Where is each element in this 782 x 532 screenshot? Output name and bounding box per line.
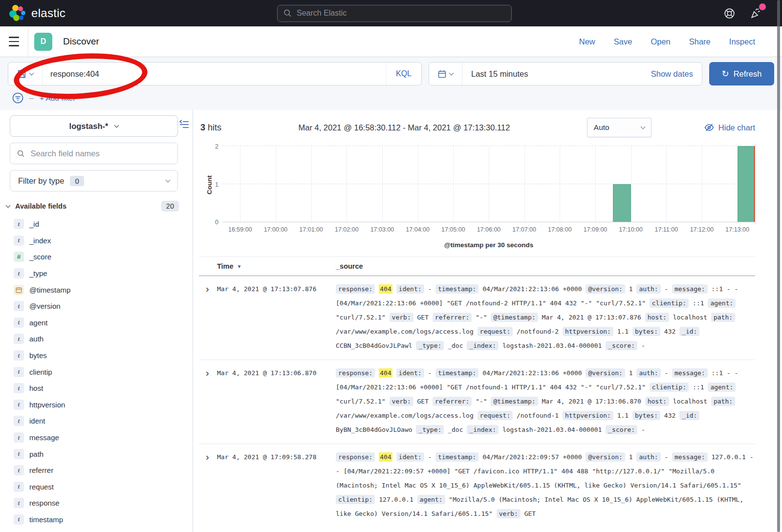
nav-action-save[interactable]: Save bbox=[614, 37, 632, 46]
refresh-icon: ↻ bbox=[722, 69, 729, 78]
source-field-name: agent: bbox=[417, 495, 445, 504]
field-item-host[interactable]: thost bbox=[14, 380, 193, 397]
field-item-message[interactable]: tmessage bbox=[14, 429, 193, 446]
hide-chart-button[interactable]: Hide chart bbox=[704, 123, 755, 132]
app-navbar: D Discover NewSaveOpenShareInspect bbox=[0, 26, 782, 57]
field-search[interactable] bbox=[10, 143, 178, 164]
string-field-type-icon: t bbox=[14, 449, 24, 459]
gridline bbox=[347, 146, 347, 222]
scrollbar[interactable] bbox=[777, 0, 780, 532]
query-language-button[interactable]: KQL bbox=[386, 63, 421, 85]
calendar-menu-button[interactable] bbox=[429, 63, 462, 85]
time-range-end-marker bbox=[754, 146, 755, 222]
chevron-down-icon bbox=[6, 203, 11, 208]
field-item-agent[interactable]: tagent bbox=[14, 315, 193, 331]
available-fields-header[interactable]: Available fields 20 bbox=[6, 201, 179, 212]
global-search[interactable] bbox=[277, 5, 512, 22]
saved-query-menu-button[interactable] bbox=[8, 63, 43, 85]
source-field-value: 1.1 bbox=[617, 412, 629, 419]
menu-icon[interactable] bbox=[0, 26, 28, 57]
expand-row-icon[interactable]: › bbox=[199, 450, 217, 521]
query-input[interactable] bbox=[50, 69, 378, 79]
source-field-value: 1 bbox=[629, 285, 633, 293]
query-section: KQL Last 15 minutes Show dates ↻ Refresh… bbox=[0, 57, 782, 110]
sort-desc-icon: ▼ bbox=[237, 264, 242, 269]
field-item-_index[interactable]: t_index bbox=[14, 233, 193, 249]
field-item-_id[interactable]: t_id bbox=[14, 216, 193, 233]
source-field-name: path: bbox=[711, 397, 735, 406]
y-tick-label: 0 bbox=[209, 219, 218, 226]
help-icon[interactable] bbox=[723, 7, 736, 20]
x-tick-label: 17:01:00 bbox=[299, 226, 323, 233]
notification-dot bbox=[759, 3, 766, 10]
x-tick-label: 17:11:00 bbox=[654, 226, 678, 233]
source-field-name: clientip: bbox=[336, 495, 375, 504]
nav-action-inspect[interactable]: Inspect bbox=[729, 37, 755, 46]
column-header-time[interactable]: Time ▼ bbox=[217, 262, 336, 270]
gridline bbox=[382, 146, 383, 222]
source-field-name: _type: bbox=[416, 341, 444, 350]
string-field-type-icon: t bbox=[14, 301, 24, 311]
source-field-value: ::1 bbox=[693, 383, 704, 391]
show-dates-button[interactable]: Show dates bbox=[651, 63, 702, 85]
source-field-name: clientip: bbox=[650, 383, 689, 392]
time-range-value[interactable]: Last 15 minutes bbox=[462, 63, 651, 85]
field-item-httpversion[interactable]: thttpversion bbox=[14, 397, 193, 413]
string-field-type-icon: t bbox=[14, 498, 24, 508]
field-item-@timestamp[interactable]: @timestamp bbox=[14, 281, 193, 298]
field-item-@version[interactable]: t@version bbox=[14, 298, 193, 315]
field-item-clientip[interactable]: tclientip bbox=[14, 363, 193, 380]
histogram-bar[interactable] bbox=[738, 146, 755, 222]
source-field-name: request: bbox=[478, 327, 513, 336]
string-field-type-icon: t bbox=[14, 350, 24, 361]
field-name: @timestamp bbox=[29, 286, 70, 294]
nav-action-open[interactable]: Open bbox=[651, 37, 670, 46]
source-field-value: ::1 bbox=[693, 299, 704, 307]
source-field-value: - bbox=[664, 369, 668, 377]
string-field-type-icon: t bbox=[14, 334, 24, 344]
y-tick-label: 1 bbox=[209, 181, 218, 188]
query-bar: KQL bbox=[8, 62, 422, 85]
field-search-input[interactable] bbox=[31, 149, 171, 158]
gridline bbox=[524, 146, 525, 222]
doc-timestamp: Mar 4, 2021 @ 17:13:06.870 bbox=[217, 366, 336, 437]
histogram-bar[interactable] bbox=[613, 184, 630, 222]
nav-action-new[interactable]: New bbox=[579, 37, 595, 46]
field-item-response[interactable]: tresponse bbox=[14, 495, 193, 511]
field-item-auth[interactable]: tauth bbox=[14, 331, 193, 347]
expand-row-icon[interactable]: › bbox=[199, 282, 217, 353]
field-item-_score[interactable]: #_score bbox=[14, 249, 193, 265]
source-field-name: path: bbox=[711, 313, 735, 322]
refresh-button[interactable]: ↻ Refresh bbox=[709, 62, 774, 85]
y-tick-label: 2 bbox=[209, 143, 218, 150]
filter-icon[interactable] bbox=[12, 92, 23, 104]
nav-action-share[interactable]: Share bbox=[689, 37, 711, 46]
interval-select[interactable]: Auto bbox=[587, 118, 652, 137]
source-field-name: verb: bbox=[390, 313, 413, 322]
source-field-name: response: bbox=[336, 368, 375, 378]
field-item-request[interactable]: trequest bbox=[14, 479, 193, 495]
announcements-icon[interactable] bbox=[750, 7, 762, 20]
x-tick-label: 17:13:00 bbox=[725, 226, 749, 233]
filter-by-type-select[interactable]: Filter by type 0 bbox=[10, 170, 178, 192]
field-item-_type[interactable]: t_type bbox=[14, 265, 193, 282]
filter-type-count-badge: 0 bbox=[70, 176, 84, 186]
string-field-type-icon: t bbox=[14, 318, 24, 328]
source-field-name: httpversion: bbox=[563, 411, 613, 420]
add-filter-button[interactable]: + Add filter bbox=[40, 94, 76, 103]
x-tick-label: 17:03:00 bbox=[370, 226, 394, 233]
gridline bbox=[595, 146, 596, 222]
index-pattern-select[interactable]: logstash-* bbox=[10, 115, 178, 137]
field-item-timestamp[interactable]: ttimestamp bbox=[14, 511, 193, 528]
collapse-sidebar-icon[interactable] bbox=[179, 120, 189, 131]
chevron-down-icon bbox=[114, 123, 119, 128]
field-item-bytes[interactable]: tbytes bbox=[14, 347, 193, 364]
field-item-referrer[interactable]: treferrer bbox=[14, 462, 193, 479]
field-item-path[interactable]: tpath bbox=[14, 446, 193, 462]
gridline bbox=[311, 146, 312, 222]
x-tick-label: 17:10:00 bbox=[619, 226, 643, 233]
global-search-input[interactable] bbox=[297, 9, 505, 18]
field-item-ident[interactable]: tident bbox=[14, 413, 193, 429]
expand-row-icon[interactable]: › bbox=[199, 366, 217, 437]
available-fields-count-badge: 20 bbox=[161, 201, 179, 212]
